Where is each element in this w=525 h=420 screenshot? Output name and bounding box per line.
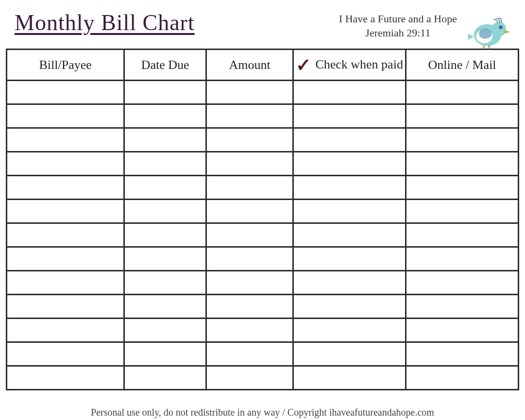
table-cell <box>206 81 293 104</box>
table-cell <box>7 247 124 271</box>
svg-point-2 <box>491 22 506 36</box>
table-row <box>7 152 519 176</box>
table-cell <box>293 366 406 390</box>
col-header-amount: Amount <box>206 50 293 81</box>
checkmark-icon: ✓ <box>296 56 311 74</box>
table-cell <box>293 104 406 128</box>
header: Monthly Bill Chart I Have a Future and a… <box>0 0 525 49</box>
table-row <box>7 81 519 104</box>
table-row <box>7 128 519 152</box>
quote-line-1: I Have a Future and a Hope <box>339 12 457 26</box>
table-cell <box>293 176 406 200</box>
table-row <box>7 366 519 390</box>
table-cell <box>293 247 406 271</box>
table-row <box>7 342 519 366</box>
quote-block: I Have a Future and a Hope Jeremiah 29:1… <box>339 12 457 40</box>
table-cell <box>124 104 206 128</box>
table-cell <box>206 295 293 319</box>
table-cell <box>124 319 206 342</box>
table-cell <box>406 295 519 319</box>
table-cell <box>406 152 519 176</box>
table-cell <box>206 271 293 295</box>
svg-line-5 <box>483 46 485 50</box>
table-cell <box>206 176 293 200</box>
table-cell <box>293 128 406 152</box>
table-cell <box>406 176 519 200</box>
table-cell <box>7 366 124 390</box>
table-cell <box>7 223 124 247</box>
table-cell <box>124 295 206 319</box>
table-cell <box>406 247 519 271</box>
header-row: Bill/Payee Date Due Amount ✓ Check when … <box>7 50 519 81</box>
table-cell <box>206 223 293 247</box>
footer-text: Personal use only, do not redistribute i… <box>0 407 525 418</box>
table-cell <box>7 152 124 176</box>
table-cell <box>124 176 206 200</box>
table-cell <box>7 200 124 223</box>
table-cell <box>206 366 293 390</box>
table-cell <box>406 104 519 128</box>
table-row <box>7 176 519 200</box>
table-cell <box>7 104 124 128</box>
table-cell <box>7 128 124 152</box>
table-cell <box>124 81 206 104</box>
quote-line-2: Jeremiah 29:11 <box>339 26 457 40</box>
table-cell <box>206 104 293 128</box>
table-cell <box>406 81 519 104</box>
table-cell <box>7 295 124 319</box>
check-label: Check when paid <box>315 58 403 72</box>
table-cell <box>293 271 406 295</box>
svg-line-6 <box>489 46 490 50</box>
table-cell <box>7 176 124 200</box>
bird-icon <box>467 15 513 51</box>
col-header-date: Date Due <box>124 50 206 81</box>
col-header-bill: Bill/Payee <box>7 50 124 81</box>
table-cell <box>206 128 293 152</box>
table-cell <box>124 247 206 271</box>
table-cell <box>124 366 206 390</box>
table-cell <box>293 342 406 366</box>
table-cell <box>293 152 406 176</box>
table-cell <box>406 271 519 295</box>
table-cell <box>406 342 519 366</box>
table-cell <box>7 81 124 104</box>
table-row <box>7 319 519 342</box>
col-header-check: ✓ Check when paid <box>293 50 406 81</box>
table-cell <box>124 271 206 295</box>
col-header-online: Online / Mail <box>406 50 519 81</box>
table-row <box>7 247 519 271</box>
table-row <box>7 223 519 247</box>
table-cell <box>7 271 124 295</box>
table-cell <box>406 200 519 223</box>
table-cell <box>124 152 206 176</box>
table-cell <box>406 223 519 247</box>
table-cell <box>293 295 406 319</box>
table-container: Bill/Payee Date Due Amount ✓ Check when … <box>0 49 525 390</box>
table-row <box>7 295 519 319</box>
table-cell <box>206 342 293 366</box>
table-cell <box>124 223 206 247</box>
table-cell <box>206 152 293 176</box>
table-cell <box>206 247 293 271</box>
table-row <box>7 104 519 128</box>
table-cell <box>124 200 206 223</box>
table-cell <box>206 319 293 342</box>
table-row <box>7 271 519 295</box>
table-cell <box>406 128 519 152</box>
table-cell <box>7 319 124 342</box>
table-row <box>7 200 519 223</box>
table-cell <box>124 342 206 366</box>
table-cell <box>293 200 406 223</box>
svg-point-3 <box>499 26 503 30</box>
table-cell <box>406 366 519 390</box>
table-cell <box>293 319 406 342</box>
table-cell <box>7 342 124 366</box>
table-cell <box>124 128 206 152</box>
table-cell <box>293 223 406 247</box>
bill-table: Bill/Payee Date Due Amount ✓ Check when … <box>6 49 519 390</box>
table-cell <box>406 319 519 342</box>
svg-point-4 <box>479 29 491 39</box>
table-cell <box>206 200 293 223</box>
table-cell <box>293 81 406 104</box>
